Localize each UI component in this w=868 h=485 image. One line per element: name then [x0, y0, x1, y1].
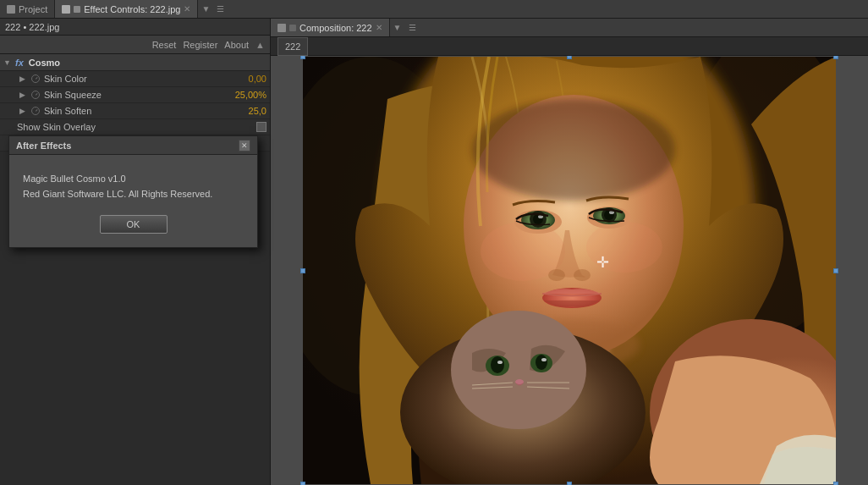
skin-squeeze-expand[interactable]: ▶	[17, 90, 27, 100]
tab-effect-controls[interactable]: Effect Controls: 222.jpg ✕	[55, 0, 198, 18]
scroll-up-icon[interactable]: ▲	[255, 40, 265, 50]
skin-squeeze-label: Skin Squeeze	[44, 90, 216, 100]
tab-composition[interactable]: Composition: 222 ✕	[271, 19, 390, 36]
selection-handle-br	[833, 482, 838, 485]
cosmo-effect-row[interactable]: ▼ fx Cosmo	[0, 54, 270, 71]
cosmo-expand-icon[interactable]: ▼	[3, 58, 12, 67]
selection-handle-tm	[567, 56, 572, 59]
skin-squeeze-value[interactable]: 25,00%	[216, 90, 266, 100]
comp-tab-icon2	[289, 25, 296, 31]
cosmo-fx-label: fx	[15, 58, 24, 68]
svg-point-26	[451, 311, 586, 429]
selection-handle-mr	[833, 268, 838, 273]
dialog-line2: Red Giant Software LLC. All Rights Reser…	[23, 187, 244, 202]
selection-handle-tl	[300, 56, 305, 59]
svg-point-33	[515, 379, 524, 384]
tab-project[interactable]: Project	[0, 0, 55, 18]
svg-point-21	[574, 269, 591, 281]
effect-header-right: Reset Register About ▲	[152, 40, 265, 50]
comp-tab-options[interactable]: ☰	[405, 23, 420, 32]
main-layout: 222 • 222.jpg Reset Register About ▲ ▼ f…	[0, 19, 868, 485]
comp-number-tab[interactable]: 222	[277, 37, 308, 56]
portrait-artwork	[303, 57, 836, 484]
skin-squeeze-row: ▶ Skin Squeeze 25,00%	[0, 87, 270, 103]
dialog-title: After Effects	[16, 141, 71, 151]
skin-soften-row: ▶ Skin Soften 25,0	[0, 103, 270, 119]
move-cursor: ✛	[596, 253, 609, 272]
skin-color-row: ▶ Skin Color 0,00	[0, 71, 270, 87]
top-bar: Project Effect Controls: 222.jpg ✕ ▼ ☰	[0, 0, 868, 19]
comp-tab-close[interactable]: ✕	[376, 23, 382, 32]
skin-squeeze-stopwatch-icon	[31, 91, 40, 99]
project-icon	[7, 5, 15, 14]
selection-handle-tr	[833, 56, 838, 59]
skin-color-stopwatch[interactable]	[30, 74, 41, 84]
tab-effect-controls-label: Effect Controls: 222.jpg	[84, 4, 180, 14]
left-panel: 222 • 222.jpg Reset Register About ▲ ▼ f…	[0, 19, 271, 485]
svg-point-7	[472, 99, 675, 201]
svg-point-31	[536, 355, 547, 370]
dialog-close-button[interactable]: ✕	[239, 140, 250, 152]
skin-color-expand[interactable]: ▶	[17, 74, 27, 84]
skin-squeeze-stopwatch[interactable]	[30, 90, 41, 100]
reset-button[interactable]: Reset	[152, 40, 177, 50]
dialog-content: Magic Bullet Cosmo v1.0 Red Giant Softwa…	[23, 172, 244, 201]
svg-point-29	[497, 361, 503, 364]
selection-handle-ml	[300, 268, 305, 273]
left-tab-menu[interactable]: ▼	[198, 4, 213, 14]
svg-point-20	[548, 269, 565, 281]
dialog-body: Magic Bullet Cosmo v1.0 Red Giant Softwa…	[9, 155, 257, 247]
comp-tabs-bar: Composition: 222 ✕ ▼ ☰	[271, 19, 868, 37]
register-button[interactable]: Register	[183, 40, 217, 50]
cosmo-name: Cosmo	[29, 58, 60, 68]
skin-soften-label: Skin Soften	[44, 106, 216, 116]
effect-header: Reset Register About ▲	[0, 36, 270, 54]
tab-effect-controls-close[interactable]: ✕	[184, 4, 190, 14]
skin-color-value[interactable]: 0,00	[216, 74, 266, 84]
left-tabs: Project Effect Controls: 222.jpg ✕ ▼ ☰	[0, 0, 228, 18]
comp-tab-icon	[277, 24, 286, 32]
skin-soften-value[interactable]: 25,0	[216, 106, 266, 116]
dialog-button-row: OK	[23, 215, 244, 234]
comp-image-container: ✛	[303, 57, 836, 484]
comp-number-row: 222	[271, 37, 868, 56]
selection-handle-bm	[567, 482, 572, 485]
skin-soften-expand[interactable]: ▶	[17, 106, 27, 116]
after-effects-dialog: After Effects ✕ Magic Bullet Cosmo v1.0 …	[8, 135, 258, 248]
skin-soften-stopwatch[interactable]	[30, 106, 41, 116]
show-skin-overlay-checkbox[interactable]	[256, 122, 266, 132]
skin-color-stopwatch-icon	[31, 74, 40, 83]
effect-controls-icon2	[74, 6, 80, 13]
right-panel: Composition: 222 ✕ ▼ ☰ 222	[271, 19, 868, 485]
comp-viewer[interactable]: ✛	[271, 56, 868, 485]
ok-button[interactable]: OK	[100, 215, 168, 234]
breadcrumb-text: 222 • 222.jpg	[5, 22, 59, 32]
svg-point-32	[541, 358, 547, 361]
selection-handle-bl	[300, 482, 305, 485]
dialog-titlebar: After Effects ✕	[9, 136, 257, 155]
breadcrumb: 222 • 222.jpg	[0, 19, 270, 36]
show-skin-overlay-label: Show Skin Overlay	[17, 122, 256, 132]
left-tab-options[interactable]: ☰	[213, 4, 228, 14]
effect-controls-icon	[62, 5, 70, 14]
skin-color-label: Skin Color	[44, 74, 216, 84]
comp-tab-menu[interactable]: ▼	[390, 23, 405, 32]
show-skin-overlay-row: Show Skin Overlay	[0, 119, 270, 135]
skin-soften-stopwatch-icon	[31, 107, 40, 115]
tab-project-label: Project	[19, 4, 47, 14]
about-button[interactable]: About	[224, 40, 249, 50]
dialog-line1: Magic Bullet Cosmo v1.0	[23, 172, 244, 187]
svg-point-28	[491, 356, 504, 373]
tab-composition-label: Composition: 222	[299, 23, 372, 33]
